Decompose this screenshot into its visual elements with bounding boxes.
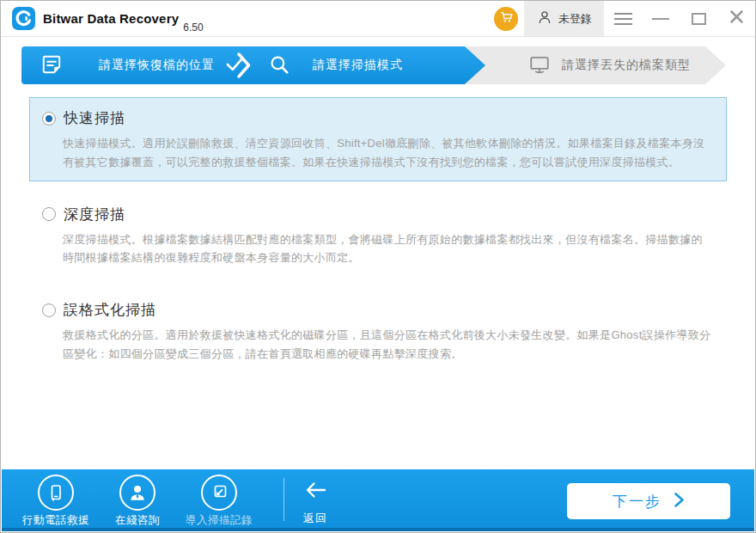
minimize-icon (652, 18, 669, 20)
footer-divider (284, 478, 284, 521)
bitwar-logo-icon (12, 7, 35, 30)
maximize-icon (692, 13, 706, 25)
app-window: Bitwar Data Recovery 6.50 (0, 0, 756, 533)
mobile-rescue-button[interactable]: 行動電話救援 (22, 475, 89, 528)
wizard-step-bar: 請選擇恢復檔的位置 請選擇掃描模式 (21, 46, 726, 84)
close-button[interactable] (717, 1, 755, 36)
hamburger-icon (614, 13, 632, 25)
user-icon (536, 9, 553, 29)
tool-label: 行動電話救援 (22, 513, 89, 528)
step-divider-chevron-icon (236, 52, 252, 82)
scan-mode-description: 快速掃描模式。適用於誤刪除救援、清空資源回收筒、Shift+Del徹底刪除、被其… (63, 134, 712, 172)
scan-mode-list: 快速掃描 快速掃描模式。適用於誤刪除救援、清空資源回收筒、Shift+Del徹底… (1, 84, 755, 373)
footer-bar: 行動電話救援 在綫咨詢 導入掃描記錄 (2, 469, 754, 531)
radio-formatted-scan[interactable] (42, 303, 56, 317)
scan-mode-description: 深度掃描模式。根據檔案數據結構匹配對應的檔案類型，會將磁碟上所有原始的數據檔案都… (63, 230, 712, 268)
minimize-button[interactable] (642, 1, 680, 36)
monitor-icon (528, 53, 551, 78)
maximize-button[interactable] (680, 1, 717, 36)
back-arrow-icon (303, 481, 327, 503)
back-button[interactable]: 返回 (303, 481, 327, 526)
search-icon (268, 53, 290, 78)
radio-quick-scan[interactable] (42, 112, 56, 126)
cart-icon (498, 9, 515, 28)
login-label: 未登錄 (558, 11, 592, 27)
import-icon (201, 475, 237, 511)
scan-mode-title: 快速掃描 (64, 108, 125, 128)
scan-mode-formatted-scan[interactable]: 誤格式化掃描 救援格式化的分區。適用於救援被快速格式化的磁碟分區，且這個分區在格… (29, 289, 727, 373)
step-label: 請選擇丟失的檔案類型 (562, 58, 691, 73)
close-icon (729, 9, 744, 28)
next-step-button[interactable]: 下一步 (567, 483, 730, 519)
import-scan-record-button[interactable]: 導入掃描記錄 (186, 475, 253, 528)
scan-mode-deep-scan[interactable]: 深度掃描 深度掃描模式。根據檔案數據結構匹配對應的檔案類型，會將磁碟上所有原始的… (29, 193, 727, 278)
tool-label: 導入掃描記錄 (186, 513, 253, 528)
back-label: 返回 (303, 511, 327, 526)
radio-deep-scan[interactable] (42, 207, 56, 221)
login-button[interactable]: 未登錄 (524, 1, 604, 36)
app-title: Bitwar Data Recovery (43, 11, 179, 26)
online-support-button[interactable]: 在綫咨詢 (115, 475, 160, 528)
scan-mode-quick-scan[interactable]: 快速掃描 快速掃描模式。適用於誤刪除救援、清空資源回收筒、Shift+Del徹底… (29, 97, 727, 181)
support-person-icon (119, 475, 155, 511)
step-label: 請選擇恢復檔的位置 (99, 58, 215, 73)
wizard-step-select-file-types: 請選擇丟失的檔案類型 (528, 46, 691, 84)
wizard-step-select-location: 請選擇恢復檔的位置 (40, 46, 244, 84)
next-step-label: 下一步 (613, 492, 662, 512)
document-icon (40, 53, 63, 78)
scan-mode-title: 誤格式化掃描 (64, 300, 156, 320)
wizard-step-select-scan-mode: 請選擇掃描模式 (268, 46, 403, 84)
title-bar: Bitwar Data Recovery 6.50 (1, 1, 755, 37)
menu-button[interactable] (604, 1, 642, 36)
step-label: 請選擇掃描模式 (313, 58, 403, 73)
scan-mode-title: 深度掃描 (64, 205, 125, 224)
store-cart-button[interactable] (494, 7, 518, 31)
scan-mode-description: 救援格式化的分區。適用於救援被快速格式化的磁碟分區，且這個分區在格式化前後大小未… (63, 326, 712, 364)
tool-label: 在綫咨詢 (115, 513, 160, 528)
phone-icon (38, 475, 74, 511)
chevron-right-icon (674, 492, 685, 512)
app-version: 6.50 (183, 21, 203, 36)
